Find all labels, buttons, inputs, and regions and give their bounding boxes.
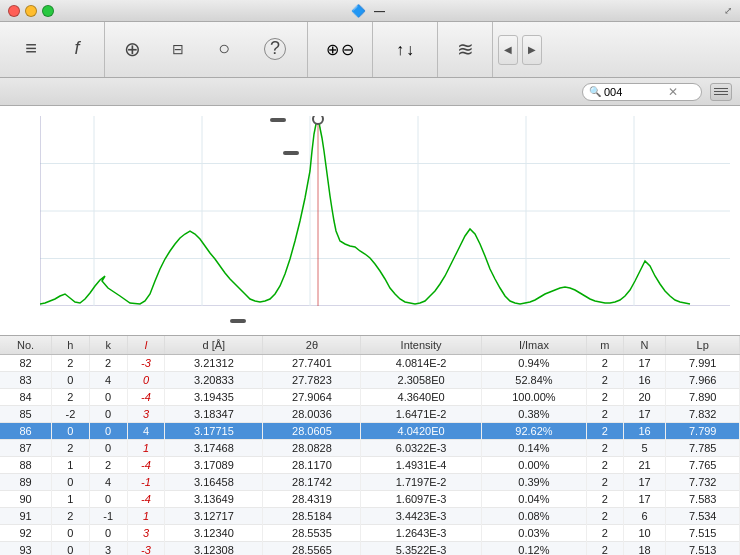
table-cell: 4 xyxy=(127,423,165,440)
table-cell: -1 xyxy=(89,508,127,525)
maximize-button[interactable] xyxy=(42,5,54,17)
cursor-icon: ⊕ xyxy=(124,37,141,61)
table-row[interactable]: 8812-43.1708928.11701.4931E-40.00%2217.7… xyxy=(0,457,740,474)
table-cell: 16 xyxy=(623,423,666,440)
table-cell: 2 xyxy=(587,542,624,556)
col-header-lp: Lp xyxy=(666,336,740,355)
table-cell: 7.799 xyxy=(666,423,740,440)
table-container[interactable]: No. h k l d [Å] 2θ Intensity I/Imax m N … xyxy=(0,336,740,555)
table-row[interactable]: 8222-33.2131227.74014.0814E-20.94%2177.9… xyxy=(0,355,740,372)
table-row[interactable]: 912-113.1271728.51843.4423E-30.08%267.53… xyxy=(0,508,740,525)
table-cell: 1.7197E-2 xyxy=(361,474,481,491)
table-cell: 3.12340 xyxy=(165,525,263,542)
table-cell: 2 xyxy=(587,508,624,525)
app-icon: 🔷 xyxy=(351,4,366,18)
patterns-button[interactable]: ≡ xyxy=(8,26,54,74)
table-cell: 3.21312 xyxy=(165,355,263,372)
col-header-2theta: 2θ xyxy=(263,336,361,355)
table-cell: 7.765 xyxy=(666,457,740,474)
close-button[interactable] xyxy=(8,5,20,17)
search-input[interactable] xyxy=(604,86,664,98)
toolbar-group-patterns: ≡ f xyxy=(4,22,105,77)
scroll-right-button[interactable]: ▶ xyxy=(522,35,542,65)
table-row[interactable]: 9010-43.1364928.43191.6097E-30.04%2177.5… xyxy=(0,491,740,508)
col-header-m: m xyxy=(587,336,624,355)
window-controls xyxy=(8,5,54,17)
table-cell: 0 xyxy=(52,423,90,440)
table-cell: 1.2643E-3 xyxy=(361,525,481,542)
table-cell: 27.9064 xyxy=(263,389,361,406)
table-row[interactable]: 860043.1771528.06054.0420E092.62%2167.79… xyxy=(0,423,740,440)
stack-icon: ≋ xyxy=(457,37,474,61)
table-row[interactable]: 830403.2083327.78232.3058E052.84%2167.96… xyxy=(0,372,740,389)
table-cell: 86 xyxy=(0,423,52,440)
table-cell: 7.583 xyxy=(666,491,740,508)
loupe-button[interactable]: ○ xyxy=(201,26,247,74)
table-cell: 28.0605 xyxy=(263,423,361,440)
table-cell: 85 xyxy=(0,406,52,423)
table-row[interactable]: 872013.1746828.08286.0322E-30.14%257.785 xyxy=(0,440,740,457)
minimize-button[interactable] xyxy=(25,5,37,17)
table-cell: 0 xyxy=(89,440,127,457)
table-cell: -4 xyxy=(127,389,165,406)
table-cell: 91 xyxy=(0,508,52,525)
table-row[interactable]: 85-2033.1834728.00361.6471E-20.38%2177.8… xyxy=(0,406,740,423)
table-cell: 0.39% xyxy=(481,474,586,491)
table-cell: -1 xyxy=(127,474,165,491)
table-cell: 28.0036 xyxy=(263,406,361,423)
table-row[interactable]: 920033.1234028.55351.2643E-30.03%2107.51… xyxy=(0,525,740,542)
table-cell: 83 xyxy=(0,372,52,389)
toolbar-group-stack: ≋ xyxy=(438,22,493,77)
col-header-intensity: Intensity xyxy=(361,336,481,355)
col-header-h: h xyxy=(52,336,90,355)
table-cell: 28.5184 xyxy=(263,508,361,525)
table-cell: 0 xyxy=(89,491,127,508)
table-row[interactable]: 8420-43.1943527.90644.3640E0100.00%2207.… xyxy=(0,389,740,406)
table-cell: 28.0828 xyxy=(263,440,361,457)
hide-tips-button[interactable]: ? xyxy=(247,26,303,74)
scroll-controls: ◀ ▶ xyxy=(497,35,543,65)
table-cell: 2 xyxy=(587,423,624,440)
table-cell: 2 xyxy=(52,508,90,525)
expand-button[interactable]: ⤢ xyxy=(724,5,732,16)
table-cell: 2 xyxy=(52,440,90,457)
menu-line-3 xyxy=(714,94,728,95)
table-row[interactable]: 9303-33.1230828.55655.3522E-30.12%2187.5… xyxy=(0,542,740,556)
stack-button[interactable]: ≋ xyxy=(442,26,488,74)
zoom-button[interactable]: ⊕ ⊖ xyxy=(312,26,368,74)
table-cell: 52.84% xyxy=(481,372,586,389)
col-header-l: l xyxy=(127,336,165,355)
table-cell: 82 xyxy=(0,355,52,372)
table-cell: 1 xyxy=(52,457,90,474)
table-cell: 2.3058E0 xyxy=(361,372,481,389)
search-clear-button[interactable]: ✕ xyxy=(668,85,678,99)
toolbar-group-autoscale: ↑ ↓ xyxy=(373,22,438,77)
scroll-left-button[interactable]: ◀ xyxy=(498,35,518,65)
chart-container[interactable]: 0 10 20 30 40 26 27 28 29 30 31 xyxy=(0,106,740,336)
toolbar-group-scroll: ◀ ▶ xyxy=(493,22,547,77)
table-cell: 10 xyxy=(623,525,666,542)
table-cell: 100.00% xyxy=(481,389,586,406)
hide-tips-icon: ? xyxy=(264,38,286,60)
table-cell: 28.5535 xyxy=(263,525,361,542)
autoscale-up-icon: ↑ xyxy=(396,41,404,59)
zoom-icons: ⊕ ⊖ xyxy=(326,40,354,59)
table-cell: 2 xyxy=(587,457,624,474)
table-cell: 88 xyxy=(0,457,52,474)
table-cell: 3.13649 xyxy=(165,491,263,508)
table-cell: 0 xyxy=(89,389,127,406)
table-row[interactable]: 8904-13.1645828.17421.7197E-20.39%2177.7… xyxy=(0,474,740,491)
table-cell: 93 xyxy=(0,542,52,556)
factors-button[interactable]: f xyxy=(54,26,100,74)
table-cell: 28.4319 xyxy=(263,491,361,508)
ruler-button[interactable]: ⊟ xyxy=(155,26,201,74)
table-cell: 3 xyxy=(127,525,165,542)
cursor-button[interactable]: ⊕ xyxy=(109,26,155,74)
search-box[interactable]: 🔍 ✕ xyxy=(582,83,702,101)
autoscale-button[interactable]: ↑ ↓ xyxy=(377,26,433,74)
chart-svg: 0 10 20 30 40 26 27 28 29 30 31 xyxy=(40,116,730,306)
search-menu-button[interactable] xyxy=(710,83,732,101)
table-cell: 2 xyxy=(587,440,624,457)
table-cell: -2 xyxy=(52,406,90,423)
table-cell: 4.0814E-2 xyxy=(361,355,481,372)
